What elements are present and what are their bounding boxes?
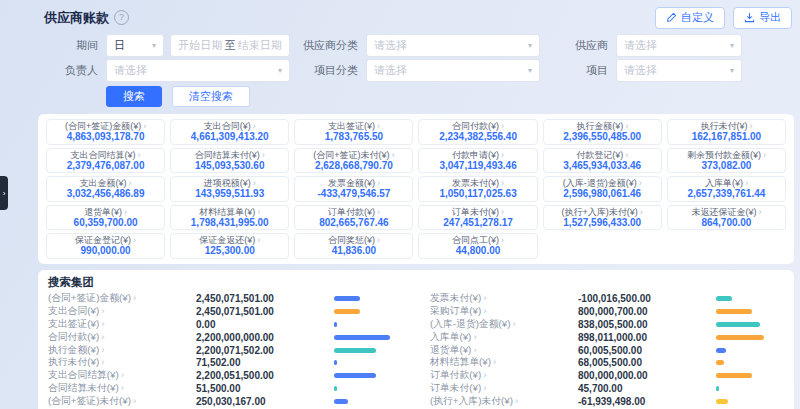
drawer-handle[interactable]: ›: [0, 176, 8, 210]
metric-label: 未返还保证金(¥)›: [670, 207, 783, 217]
metric-card[interactable]: 发票未付(¥)› 1,050,117,025.63: [418, 176, 537, 202]
metric-card[interactable]: 支出合同结算(¥)› 2,379,476,087.00: [46, 148, 165, 174]
summary-row[interactable]: (合同+签证)未付(¥)› 250,030,167.00: [48, 395, 402, 408]
summary-row[interactable]: 发票未付(¥)› -100,016,500.00: [430, 293, 784, 306]
clear-search-button[interactable]: 清空搜索: [172, 86, 250, 107]
metric-card[interactable]: 付款登记(¥)› 3,465,934,033.46: [543, 148, 662, 174]
metric-card[interactable]: 保证金登记(¥)› 990,000.00: [46, 233, 165, 259]
project-category-select[interactable]: 请选择 ▾: [366, 59, 540, 82]
summary-row[interactable]: 合同结算未付(¥)› 51,500.00: [48, 382, 402, 395]
summary-row[interactable]: 支出合同结算(¥)› 2,200,051,500.00: [48, 369, 402, 382]
metric-card[interactable]: 退货单(¥)› 60,359,700.00: [46, 205, 165, 231]
metric-card[interactable]: 执行未付(¥)› 162,167,851.00: [667, 119, 786, 145]
summary-bar: [334, 360, 337, 365]
chevron-right-icon: ›: [143, 121, 146, 131]
summary-label-text: (入库-退货)金额(¥): [430, 318, 511, 329]
metric-card[interactable]: 支出合同(¥)› 4,661,309,413.20: [170, 119, 289, 145]
filter-project: 项目 请选择 ▾: [548, 60, 790, 81]
metric-card[interactable]: 进项税额(¥)› 143,959,511.93: [170, 176, 289, 202]
supplier-category-select[interactable]: 请选择 ▾: [366, 34, 540, 57]
chevron-right-icon: ›: [133, 292, 136, 303]
summary-row[interactable]: 退货单(¥)› 60,005,500.00: [430, 344, 784, 357]
supplier-select[interactable]: 请选择 ▾: [616, 34, 742, 57]
metric-label-text: 入库单(¥): [705, 178, 743, 188]
customize-button[interactable]: 自定义: [655, 7, 725, 29]
select-placeholder: 请选择: [114, 63, 147, 78]
metric-card[interactable]: (合同+签证)金额(¥)› 4,863,093,178.70: [46, 119, 165, 145]
metric-card[interactable]: 发票金额(¥)› -433,479,546.57: [294, 176, 413, 202]
start-date-input[interactable]: 开始日期: [178, 38, 223, 53]
metric-card[interactable]: 合同点工(¥)› 44,800.00: [418, 233, 537, 259]
metric-card[interactable]: 支出签证(¥)› 1,783,765.50: [294, 119, 413, 145]
chevron-right-icon: ›: [473, 344, 476, 355]
metric-label: (合同+签证)金额(¥)›: [49, 121, 162, 131]
summary-row[interactable]: 执行金额(¥)› 2,200,071,502.00: [48, 344, 402, 357]
summary-bar: [334, 399, 348, 404]
metric-card[interactable]: 支出金额(¥)› 3,032,456,486.89: [46, 176, 165, 202]
metric-card[interactable]: 合同奖惩(¥)› 41,836.00: [294, 233, 413, 259]
metric-card[interactable]: (合同+签证)未付(¥)› 2,628,668,790.70: [294, 148, 413, 174]
metric-card[interactable]: 合同付款(¥)› 2,234,382,556.40: [418, 119, 537, 145]
chevron-right-icon: ›: [640, 207, 643, 217]
summary-row[interactable]: 采购订单(¥)› 800,000,700.00: [430, 305, 784, 318]
summary-row[interactable]: (合同+签证)金额(¥)› 2,450,071,501.00: [48, 293, 402, 306]
select-placeholder: 请选择: [624, 38, 657, 53]
period-label: 期间: [38, 38, 106, 53]
summary-group-title[interactable]: 搜索集团: [48, 275, 784, 290]
export-button[interactable]: 导出: [733, 7, 792, 29]
metric-value: 145,093,530.60: [173, 160, 286, 172]
metric-card[interactable]: (入库-退货)金额(¥)› 2,596,980,061.46: [543, 176, 662, 202]
metric-label-text: 合同结算未付(¥): [195, 150, 260, 160]
summary-row[interactable]: 订单未付(¥)› 45,700.00: [430, 382, 784, 395]
summary-value: 60,005,500.00: [578, 345, 716, 356]
summary-row[interactable]: 入库单(¥)› 898,011,000.00: [430, 331, 784, 344]
search-button[interactable]: 搜索: [106, 86, 162, 107]
date-separator: 至: [223, 38, 238, 53]
chevron-right-icon: ›: [625, 121, 628, 131]
metric-label-text: 发票金额(¥): [328, 178, 375, 188]
summary-row[interactable]: (执行+入库)未付(¥)› -61,939,498.00: [430, 395, 784, 408]
chevron-down-icon: ▾: [730, 66, 734, 75]
metric-label-text: 订单付款(¥): [328, 207, 375, 217]
filter-row-2: 负责人 请选择 ▾ 项目分类 请选择 ▾ 项目 请选择 ▾: [38, 60, 790, 81]
summary-row[interactable]: 合同付款(¥)› 2,200,000,000.00: [48, 331, 402, 344]
period-unit-select[interactable]: 日 ▾: [106, 34, 164, 57]
metric-card[interactable]: 材料结算单(¥)› 1,798,431,995.00: [170, 205, 289, 231]
chevron-right-icon: ›: [262, 150, 265, 160]
metric-card[interactable]: 执行金额(¥)› 2,396,550,485.00: [543, 119, 662, 145]
summary-row[interactable]: 订单付款(¥)› 800,000,000.00: [430, 369, 784, 382]
metric-label: 保证金登记(¥)›: [49, 235, 162, 245]
summary-label-text: 材料结算单(¥): [430, 356, 491, 367]
metric-label-text: 合同奖惩(¥): [328, 235, 375, 245]
help-icon[interactable]: ?: [114, 10, 129, 25]
metric-card[interactable]: (执行+入库)未付(¥)› 1,527,596,433.00: [543, 205, 662, 231]
period-unit-value: 日: [114, 38, 125, 53]
summary-label: 订单未付(¥)›: [430, 382, 578, 395]
metric-card[interactable]: 订单付款(¥)› 802,665,767.46: [294, 205, 413, 231]
metric-card[interactable]: 订单未付(¥)› 247,451,278.17: [418, 205, 537, 231]
metric-card[interactable]: 合同结算未付(¥)› 145,093,530.60: [170, 148, 289, 174]
metric-card[interactable]: 剩余预付款金额(¥)› 373,082.00: [667, 148, 786, 174]
summary-row[interactable]: 支出合同(¥)› 2,450,071,501.00: [48, 305, 402, 318]
summary-row[interactable]: 执行未付(¥)› 71,502.00: [48, 356, 402, 369]
project-select[interactable]: 请选择 ▾: [616, 59, 742, 82]
metric-card[interactable]: 未返还保证金(¥)› 864,700.00: [667, 205, 786, 231]
metric-card[interactable]: 付款申请(¥)› 3,047,119,493.46: [418, 148, 537, 174]
summary-bar: [334, 296, 360, 301]
metric-card[interactable]: 入库单(¥)› 2,657,339,761.44: [667, 176, 786, 202]
metric-label: (入库-退货)金额(¥)›: [546, 178, 659, 188]
summary-row[interactable]: 材料结算单(¥)› 68,005,500.00: [430, 356, 784, 369]
summary-value: 51,500.00: [196, 383, 334, 394]
metric-card[interactable]: 保证金返还(¥)› 125,300.00: [170, 233, 289, 259]
summary-value: 2,450,071,501.00: [196, 293, 334, 304]
owner-select[interactable]: 请选择 ▾: [106, 59, 290, 82]
chevron-right-icon: ›: [121, 369, 124, 380]
metric-label-text: (合同+签证)未付(¥): [313, 150, 389, 160]
summary-row[interactable]: (入库-退货)金额(¥)› 838,005,500.00: [430, 318, 784, 331]
end-date-input[interactable]: 结束日期: [238, 38, 283, 53]
summary-value: 0.00: [196, 319, 334, 330]
date-range-input[interactable]: 开始日期 至 结束日期: [170, 34, 290, 57]
summary-label-text: 支出签证(¥): [48, 318, 99, 329]
summary-row[interactable]: 支出签证(¥)› 0.00: [48, 318, 402, 331]
chevron-right-icon: ›: [257, 207, 260, 217]
